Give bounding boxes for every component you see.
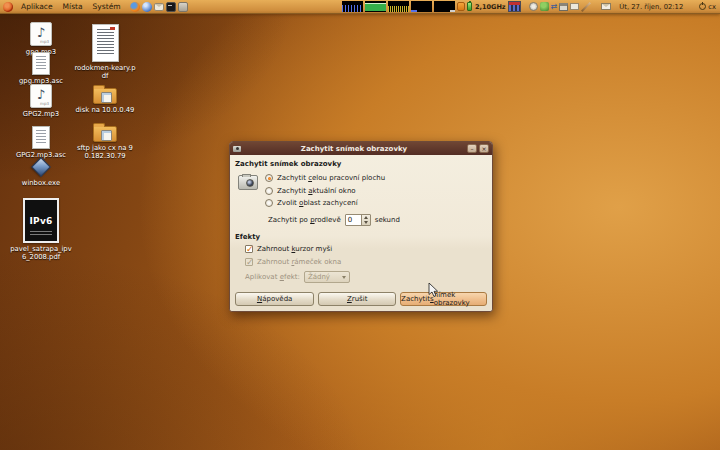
browser-globe-icon[interactable]	[142, 2, 152, 12]
mail-notification-icon[interactable]	[601, 3, 611, 10]
spinner-buttons[interactable]	[361, 215, 370, 225]
desktop-icon-label: sftp jako cx na 90.182.30.79	[74, 144, 136, 161]
mail-tray-icon[interactable]	[570, 3, 579, 10]
apply-effect-label: Aplikovat efekt:	[245, 273, 300, 281]
mail-client-icon[interactable]	[154, 3, 164, 11]
desktop-icon-ipv6-pdf[interactable]: IPv6 pavel_satrapa_ipv6_2008.pdf	[10, 198, 72, 262]
update-notifier-icon[interactable]	[529, 2, 538, 11]
desktop-icon-label: rodokmen-keary.pdf	[74, 64, 136, 81]
menu-system[interactable]: Systém	[88, 0, 126, 14]
radio-indicator	[265, 174, 273, 182]
firefox-icon[interactable]	[130, 2, 140, 12]
checkbox-label: Zahrnout kurzor myši	[257, 245, 332, 253]
desktop-icon-disk-remote[interactable]: disk na 10.0.0.49	[74, 84, 136, 114]
top-panel: Aplikace Místa Systém 2,10GHz ⇄ Út, 27. …	[0, 0, 720, 14]
spin-up-icon[interactable]	[364, 216, 368, 219]
dialog-body: Zachytit snímek obrazovky Zachytit celou…	[230, 155, 492, 311]
grid-applet-icon[interactable]	[508, 1, 521, 12]
load-monitor-applet[interactable]	[434, 1, 455, 12]
effect-dropdown: Žádný	[304, 271, 350, 283]
radio-label: Zachytit celou pracovní plochu	[277, 174, 385, 182]
effects-heading: Efekty	[235, 233, 487, 241]
help-button[interactable]: Nápověda	[235, 292, 314, 306]
desktop-icon-winbox[interactable]: winbox.exe	[10, 157, 72, 187]
checkbox-indicator	[245, 258, 253, 266]
winbox-app-icon	[30, 157, 52, 177]
checkbox-include-pointer[interactable]: Zahrnout kurzor myši	[245, 245, 487, 253]
swap-monitor-applet[interactable]	[411, 1, 432, 12]
book-cover-icon: IPv6	[23, 198, 59, 243]
desktop-icon-gpg-mp3-asc[interactable]: gpg.mp3.asc	[10, 52, 72, 85]
delay-row: Zachytit po prodlevě 0 sekund	[268, 214, 487, 226]
desktop-icon-gpg2-mp3-asc[interactable]: GPG2.mp3.asc	[10, 126, 72, 159]
dialog-titlebar[interactable]: Zachytit snímek obrazovky – ×	[230, 142, 492, 155]
cancel-button[interactable]: Zrušit	[318, 292, 396, 306]
remote-folder-icon	[93, 126, 117, 142]
dialog-heading: Zachytit snímek obrazovky	[235, 160, 487, 168]
text-file-icon	[32, 52, 50, 75]
cpu-monitor-applet[interactable]	[342, 1, 363, 12]
terminal-icon[interactable]	[166, 2, 176, 12]
orange-applet-icon[interactable]	[457, 2, 465, 11]
close-button[interactable]: ×	[479, 144, 489, 153]
capture-mode-group: Zachytit celou pracovní plochu Zachytit …	[265, 172, 385, 207]
delay-value[interactable]: 0	[346, 215, 361, 225]
network-monitor-applet[interactable]	[388, 1, 409, 12]
desktop-icon-gpg2-mp3[interactable]: ♪mp3 GPG2.mp3	[10, 84, 72, 118]
checkbox-label: Zahrnout rámeček okna	[257, 258, 341, 266]
memory-monitor-applet[interactable]	[365, 1, 386, 12]
chevron-down-icon	[342, 276, 346, 279]
apply-effect-row: Aplikovat efekt: Žádný	[245, 271, 487, 283]
minimize-button[interactable]: –	[467, 144, 477, 153]
capture-button[interactable]: Zachytit snímek obrazovky	[400, 292, 487, 306]
delay-spinner[interactable]: 0	[345, 214, 371, 226]
camera-lens	[246, 179, 254, 187]
network-arrows-icon[interactable]: ⇄	[551, 2, 558, 11]
radio-label: Zachytit aktuální okno	[277, 187, 356, 195]
radio-capture-current-window[interactable]: Zachytit aktuální okno	[265, 187, 385, 195]
text-file-icon	[32, 126, 50, 149]
user-switcher[interactable]: cx	[699, 3, 716, 11]
camera-icon	[238, 175, 258, 190]
cpufreq-battery-icon[interactable]	[467, 2, 472, 11]
desktop-icon-label: disk na 10.0.0.49	[76, 106, 135, 114]
radio-indicator	[265, 199, 273, 207]
desktop-icon-sftp-remote[interactable]: sftp jako cx na 90.182.30.79	[74, 122, 136, 161]
menu-applications[interactable]: Aplikace	[16, 0, 58, 14]
dialog-title: Zachytit snímek obrazovky	[243, 145, 465, 153]
desktop-icon-label: GPG2.mp3	[23, 110, 59, 118]
menu-places[interactable]: Místa	[58, 0, 88, 14]
clock[interactable]: Út, 27. říjen, 02:12	[616, 3, 686, 11]
desktop-icon-label: winbox.exe	[22, 179, 60, 187]
effect-dropdown-value: Žádný	[308, 273, 342, 281]
radio-capture-whole-desktop[interactable]: Zachytit celou pracovní plochu	[265, 174, 385, 182]
panel-launchers	[130, 2, 188, 12]
cpu-frequency-label[interactable]: 2,10GHz	[475, 3, 506, 11]
power-icon	[699, 3, 706, 10]
ubuntu-logo-icon[interactable]	[3, 2, 13, 12]
user-switcher-label: cx	[708, 3, 716, 11]
dialog-buttons: Nápověda Zrušit Zachytit snímek obrazovk…	[235, 292, 487, 306]
window-tray-icon[interactable]	[559, 3, 568, 11]
app-launcher-icon[interactable]	[178, 2, 188, 12]
spin-down-icon[interactable]	[364, 221, 368, 224]
checkbox-indicator	[245, 245, 253, 253]
pen-tray-icon[interactable]	[581, 2, 591, 12]
radio-label: Zvolit oblast zachycení	[277, 199, 358, 207]
audio-file-icon: ♪mp3	[30, 22, 52, 46]
network-manager-icon[interactable]	[540, 2, 549, 11]
delay-label: Zachytit po prodlevě	[268, 216, 341, 224]
window-camera-icon	[233, 146, 241, 152]
radio-select-area[interactable]: Zvolit oblast zachycení	[265, 199, 385, 207]
screenshot-dialog: Zachytit snímek obrazovky – × Zachytit s…	[229, 141, 493, 312]
checkbox-include-border: Zahrnout rámeček okna	[245, 258, 487, 266]
pdf-page-icon	[92, 24, 119, 62]
mouse-cursor	[428, 283, 439, 298]
desktop-icon-label: pavel_satrapa_ipv6_2008.pdf	[10, 245, 72, 262]
delay-unit-label: sekund	[375, 216, 400, 224]
radio-indicator	[265, 187, 273, 195]
remote-folder-icon	[93, 88, 117, 104]
desktop-icon-rodokmen-pdf[interactable]: rodokmen-keary.pdf	[74, 24, 136, 81]
system-tray: ⇄	[529, 2, 592, 12]
audio-file-icon: ♪mp3	[30, 84, 52, 108]
